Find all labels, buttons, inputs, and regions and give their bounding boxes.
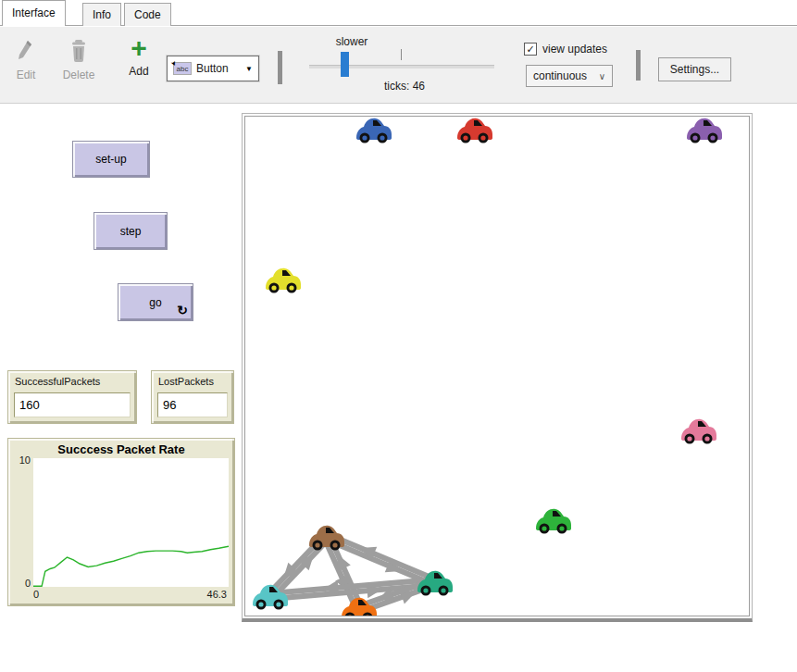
go-button-label: go xyxy=(149,296,161,309)
update-mode-dropdown[interactable]: continuous ∨ xyxy=(526,65,613,87)
success-packet-rate-plot: Succcess Packet Rate 10 0 0 46.3 xyxy=(7,438,235,606)
plot-line xyxy=(33,546,229,586)
ticks-counter: ticks: 46 xyxy=(358,80,451,93)
plot-x-max-label: 46.3 xyxy=(207,589,227,600)
setup-button[interactable]: set-up xyxy=(72,141,150,178)
car-brown[interactable] xyxy=(309,526,344,551)
car-pink[interactable] xyxy=(681,419,716,444)
toolbar-separator xyxy=(278,51,282,84)
chevron-down-icon: ∨ xyxy=(599,71,605,81)
add-label: Add xyxy=(118,65,159,78)
netlogo-window: Interface Info Code Edit Delete + Add ab… xyxy=(0,0,797,672)
setup-button-label: set-up xyxy=(95,153,126,166)
tab-bar: Interface Info Code xyxy=(0,0,797,26)
car-blue[interactable] xyxy=(356,118,392,143)
edit-label: Edit xyxy=(7,68,44,81)
monitor-value: 160 xyxy=(14,392,131,417)
view-updates-checkbox[interactable]: ✓ xyxy=(524,43,537,56)
monitor-label: SuccessfulPackets xyxy=(8,371,136,389)
plot-y-max-label: 10 xyxy=(10,454,31,466)
car-violet[interactable] xyxy=(687,118,722,143)
toolbar: Edit Delete + Add abc Button ▼ slower ti… xyxy=(0,27,797,104)
car-green[interactable] xyxy=(536,509,571,534)
monitor-successful-packets: SuccessfulPackets 160 xyxy=(7,370,137,424)
plot-x-min-label: 0 xyxy=(33,589,39,600)
monitor-lost-packets: LostPackets 96 xyxy=(151,370,234,424)
plot-canvas xyxy=(33,458,229,587)
dropdown-arrow-icon: ▼ xyxy=(245,65,253,73)
world-view-canvas[interactable] xyxy=(244,116,750,616)
plot-title: Succcess Packet Rate xyxy=(8,442,234,456)
trash-icon xyxy=(56,38,102,66)
speed-slider-zone: slower ticks: 46 xyxy=(305,27,500,104)
speed-slider-label: slower xyxy=(324,35,380,48)
button-widget-icon: abc xyxy=(173,62,192,75)
speed-slider-handle[interactable] xyxy=(341,52,349,77)
plot-y-min-label: 0 xyxy=(10,578,31,589)
add-button[interactable]: + Add xyxy=(118,34,159,78)
plus-icon: + xyxy=(118,34,159,62)
monitor-label: LostPackets xyxy=(152,371,233,389)
toolbar-separator xyxy=(636,50,641,81)
delete-button[interactable]: Delete xyxy=(56,38,102,81)
go-button[interactable]: go ↻ xyxy=(118,283,193,321)
view-updates-row: ✓ view updates xyxy=(524,43,607,56)
car-red[interactable] xyxy=(457,118,492,143)
tab-info[interactable]: Info xyxy=(82,3,121,26)
step-button[interactable]: step xyxy=(93,212,168,250)
edit-button[interactable]: Edit xyxy=(7,38,44,81)
widget-type-dropdown[interactable]: abc Button ▼ xyxy=(167,56,259,81)
car-yellow[interactable] xyxy=(266,268,301,293)
update-mode-value: continuous xyxy=(533,69,587,82)
step-button-label: step xyxy=(120,225,142,238)
speed-slider-midtick xyxy=(401,49,402,60)
view-updates-label: view updates xyxy=(542,43,607,56)
monitor-value: 96 xyxy=(157,392,228,417)
delete-label: Delete xyxy=(56,68,102,81)
speed-slider-track[interactable] xyxy=(309,65,494,68)
widget-type-value: Button xyxy=(196,62,229,75)
settings-button[interactable]: Settings... xyxy=(658,57,731,81)
tab-interface[interactable]: Interface xyxy=(2,0,66,26)
pencil-icon xyxy=(7,38,44,66)
forever-icon: ↻ xyxy=(177,303,188,317)
tab-code[interactable]: Code xyxy=(124,3,171,26)
world-view[interactable] xyxy=(242,113,753,622)
